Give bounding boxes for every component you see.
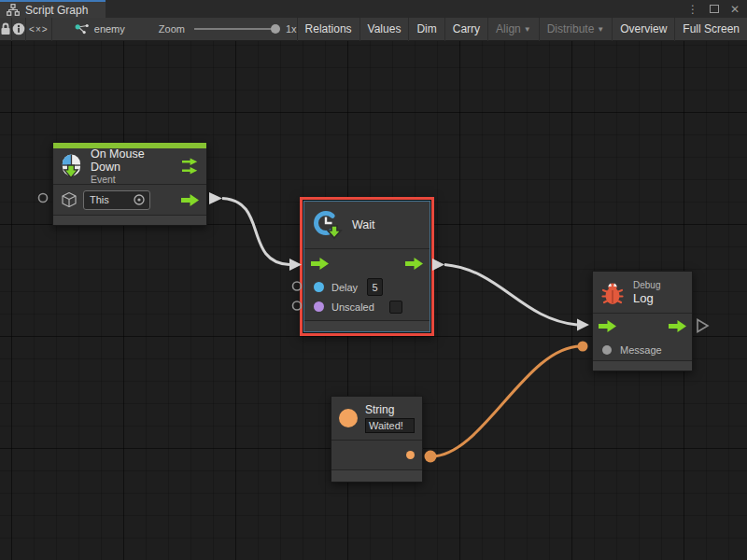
node-footer [304, 320, 430, 331]
string-type-icon [339, 409, 358, 427]
unscaled-input-port[interactable] [314, 301, 324, 312]
node-debug-log[interactable]: Debug Log Message [592, 271, 693, 371]
unscaled-label: Unscaled [331, 301, 374, 313]
node-subtitle: Event [91, 174, 174, 185]
unscaled-checkbox[interactable] [389, 301, 402, 314]
node-footer [331, 469, 422, 482]
debug-bug-icon [600, 279, 625, 305]
wait-clock-icon [313, 210, 343, 241]
node-header: String Waited! [331, 397, 422, 440]
wire-arrowhead [577, 319, 589, 331]
delay-label: Delay [331, 282, 358, 293]
flow-output-port[interactable] [181, 194, 199, 206]
wire-wait-to-log[interactable] [444, 265, 577, 326]
target-object-value: This [90, 194, 133, 205]
string-output-port[interactable] [406, 451, 415, 459]
unconnected-port-circle[interactable] [39, 194, 48, 203]
node-category: Debug [633, 280, 660, 291]
flow-output-port[interactable] [669, 320, 686, 332]
flow-row [593, 314, 692, 339]
flow-input-port[interactable] [311, 258, 329, 270]
wire-endpoint-dot [425, 451, 437, 463]
gameobject-cube-icon [61, 191, 78, 208]
node-wait[interactable]: Wait Delay 5 Unscaled [303, 201, 430, 332]
delay-row: Delay 5 [304, 277, 430, 297]
node-titles: Debug Log [633, 280, 660, 305]
flow-input-port[interactable] [599, 320, 616, 332]
target-row: This [53, 185, 206, 215]
wire-omd-to-wait[interactable] [222, 199, 289, 265]
node-titles: String Waited! [365, 403, 415, 433]
unconnected-flow-triangle[interactable] [698, 320, 708, 332]
delay-value-field[interactable]: 5 [367, 278, 383, 296]
object-picker-icon[interactable] [133, 193, 146, 206]
node-title: On Mouse Down [91, 147, 174, 174]
node-header: Wait [304, 202, 430, 248]
node-footer [53, 215, 206, 225]
trigger-double-arrow-icon[interactable] [182, 158, 199, 175]
node-titles: On Mouse Down Event [91, 147, 174, 185]
string-value-field[interactable]: Waited! [365, 418, 415, 433]
graph-layer: On Mouse Down Event This [0, 0, 747, 560]
flow-output-port[interactable] [405, 258, 423, 270]
node-title: String [365, 403, 415, 416]
node-string-literal[interactable]: String Waited! [331, 396, 423, 483]
node-header: On Mouse Down Event [53, 148, 206, 184]
wire-arrowhead [209, 192, 222, 204]
wire-endpoint-dot [578, 342, 588, 352]
message-input-port[interactable] [602, 345, 612, 355]
node-title: Wait [352, 218, 375, 231]
output-row [331, 441, 422, 469]
node-footer [593, 360, 692, 371]
wire-string-to-message[interactable] [431, 346, 581, 456]
delay-input-port[interactable] [314, 282, 324, 292]
message-label: Message [620, 344, 662, 356]
node-header: Debug Log [593, 272, 692, 313]
node-on-mouse-down[interactable]: On Mouse Down Event This [52, 142, 207, 226]
unscaled-row: Unscaled [304, 297, 430, 316]
flow-row [304, 249, 430, 277]
message-row: Message [593, 339, 692, 360]
target-object-field[interactable]: This [83, 190, 150, 210]
node-wait-selection-border: Wait Delay 5 Unscaled [300, 197, 434, 336]
mouse-icon [61, 153, 82, 179]
node-title: Log [633, 291, 660, 305]
